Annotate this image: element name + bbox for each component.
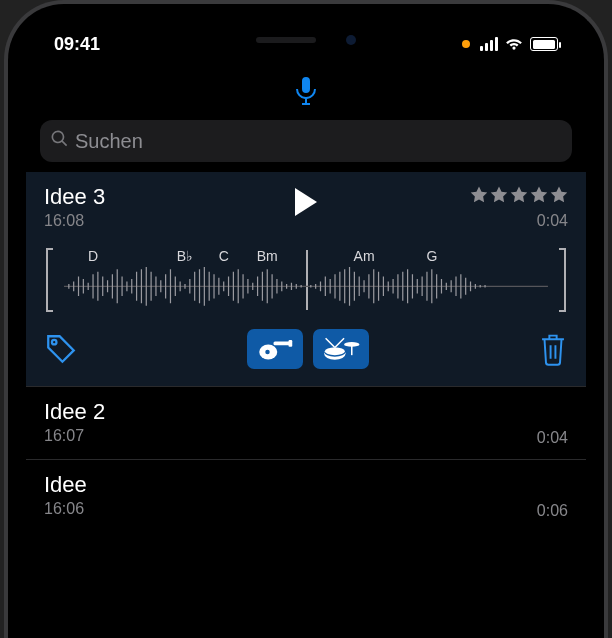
waveform[interactable]: D B♭ C Bm Am G: [44, 244, 568, 316]
battery-icon: [530, 37, 558, 51]
speaker-grille: [256, 37, 316, 43]
cellular-signal-icon: [480, 37, 498, 51]
drums-track-button[interactable]: [313, 329, 369, 369]
memo-row[interactable]: Idee 16:06 0:06: [26, 459, 586, 532]
tag-button[interactable]: [44, 332, 78, 366]
search-field[interactable]: Suchen: [40, 120, 572, 162]
memo-duration: 0:04: [537, 429, 568, 447]
memo-row-expanded[interactable]: Idee 3 16:08 0:04: [26, 172, 586, 386]
search-placeholder: Suchen: [75, 130, 143, 153]
guitar-track-button[interactable]: [247, 329, 303, 369]
memo-title: Idee 2: [44, 399, 568, 425]
memo-time: 16:07: [44, 427, 568, 445]
rating-stars[interactable]: [470, 186, 568, 204]
svg-point-5: [265, 350, 270, 355]
memo-title: Idee: [44, 472, 568, 498]
memo-duration: 0:06: [537, 502, 568, 520]
play-button[interactable]: [293, 188, 319, 220]
microphone-icon[interactable]: [296, 77, 316, 109]
delete-button[interactable]: [538, 332, 568, 366]
svg-point-8: [325, 347, 345, 355]
notch: [176, 22, 436, 58]
memo-duration: 0:04: [537, 212, 568, 230]
svg-point-1: [52, 340, 57, 345]
trim-handle-left[interactable]: [44, 248, 54, 312]
trim-handle-right[interactable]: [558, 248, 568, 312]
content-area: Suchen Idee 3 16:08 0:04: [26, 120, 586, 638]
front-camera: [346, 35, 356, 45]
nav-bar: [26, 66, 586, 120]
svg-rect-4: [289, 340, 293, 347]
phone-frame: 09:41 Suchen: [4, 0, 608, 638]
memo-row[interactable]: Idee 2 16:07 0:04: [26, 386, 586, 459]
screen: 09:41 Suchen: [26, 22, 586, 638]
memo-time: 16:06: [44, 500, 568, 518]
recording-indicator-dot: [462, 40, 470, 48]
wifi-icon: [504, 37, 524, 51]
svg-rect-10: [351, 344, 353, 355]
memo-list: Idee 3 16:08 0:04: [26, 172, 586, 532]
waveform-canvas: D B♭ C Bm Am G: [64, 250, 548, 310]
memo-tools: [44, 326, 568, 372]
svg-rect-3: [274, 342, 291, 346]
search-icon: [50, 129, 69, 153]
